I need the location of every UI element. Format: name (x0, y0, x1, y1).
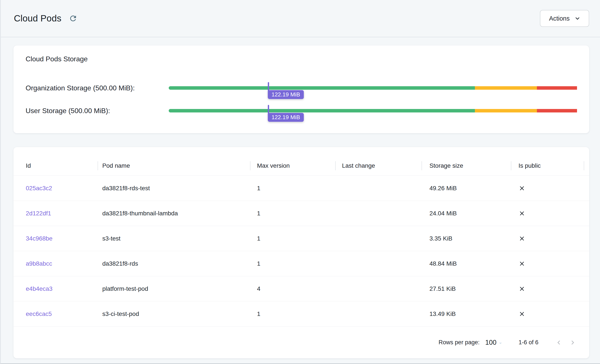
storage-size-cell: 48.84 MiB (422, 251, 511, 276)
pod-id-link[interactable]: a9b8abcc (26, 260, 52, 267)
rows-per-page-value: 100 (485, 339, 497, 346)
last-change-cell (335, 301, 422, 326)
actions-button[interactable]: Actions (540, 10, 589, 27)
column-header-is_public[interactable]: Is public (511, 156, 584, 175)
storage-size-cell: 3.35 KiB (422, 226, 511, 251)
max-version-cell: 1 (250, 201, 335, 226)
not-public-icon (518, 310, 525, 318)
arrow-dropdown-icon (497, 340, 504, 346)
storage-bar-yellow-zone (475, 109, 537, 112)
column-header-label: Pod name (102, 162, 130, 169)
table-body: 025ac3c2 da3821f8-rds-test 1 49.26 MiB 2… (13, 175, 589, 326)
not-public-icon (518, 260, 525, 267)
max-version-cell: 1 (250, 226, 335, 251)
pod-id-link[interactable]: 34c968be (26, 235, 52, 242)
is-public-cell (511, 201, 584, 226)
column-header-label: Max version (257, 162, 290, 169)
storage-bar-red-zone (537, 86, 577, 90)
previous-page-button[interactable] (552, 336, 566, 349)
pagination-range: 1-6 of 6 (518, 339, 538, 346)
max-version-cell: 4 (250, 276, 335, 301)
storage-usage-marker (268, 82, 269, 90)
table-pagination: Rows per page: 100 1-6 of 6 (13, 326, 589, 358)
not-public-icon (518, 210, 525, 217)
pod-name-cell: da3821f8-rds-test (98, 176, 250, 201)
last-change-cell (335, 226, 422, 251)
column-separator (511, 161, 511, 170)
table-row: eec6cac5 s3-ci-test-pod 1 13.49 KiB (13, 301, 589, 326)
column-separator (98, 161, 98, 170)
column-separator (584, 161, 584, 170)
rows-per-page-select[interactable]: 100 (485, 339, 504, 346)
storage-rows: Organization Storage (500.00 MiB): 122.1… (26, 86, 577, 112)
chevron-left-icon (555, 338, 563, 347)
column-separator (335, 161, 336, 170)
storage-bar-green-zone (169, 86, 475, 90)
table-row: a9b8abcc da3821f8-rds 1 48.84 MiB (13, 251, 589, 276)
storage-usage-marker (268, 105, 269, 113)
is-public-cell (511, 176, 584, 201)
refresh-icon (69, 14, 77, 23)
column-header-pod_name[interactable]: Pod name (98, 156, 250, 175)
column-header-id[interactable]: Id (13, 156, 98, 175)
storage-size-cell: 27.51 KiB (422, 276, 511, 301)
is-public-cell (511, 226, 584, 251)
storage-usage-value: 122.19 MiB (268, 90, 304, 99)
chevron-down-icon (573, 15, 581, 22)
not-public-icon (518, 185, 525, 192)
storage-usage-row: User Storage (500.00 MiB): 122.19 MiB (26, 109, 577, 112)
pods-table-card: IdPod nameMax versionLast changeStorage … (13, 147, 589, 358)
column-header-label: Last change (342, 162, 375, 169)
refresh-button[interactable] (68, 13, 78, 24)
pod-id-link[interactable]: 025ac3c2 (26, 185, 52, 192)
pod-name-cell: da3821f8-thumbnail-lambda (98, 201, 250, 226)
column-header-label: Is public (518, 162, 541, 169)
pod-id-link[interactable]: eec6cac5 (26, 310, 52, 318)
actions-button-label: Actions (549, 15, 570, 22)
table-row: 2d122df1 da3821f8-thumbnail-lambda 1 24.… (13, 201, 589, 226)
storage-usage-bar: 122.19 MiB (169, 109, 577, 112)
column-header-storage_size[interactable]: Storage size (422, 156, 511, 175)
pod-name-cell: s3-ci-test-pod (98, 301, 250, 326)
max-version-cell: 1 (250, 176, 335, 201)
column-separator (250, 161, 251, 170)
storage-bar-red-zone (537, 109, 577, 112)
last-change-cell (335, 176, 422, 201)
storage-card-title: Cloud Pods Storage (26, 54, 577, 64)
last-change-cell (335, 201, 422, 226)
table-row: 025ac3c2 da3821f8-rds-test 1 49.26 MiB (13, 175, 589, 201)
storage-size-cell: 13.49 KiB (422, 301, 511, 326)
storage-bar-yellow-zone (475, 86, 537, 90)
storage-bar-green-zone (169, 109, 475, 112)
storage-card: Cloud Pods Storage Organization Storage … (13, 46, 589, 133)
column-header-label: Id (26, 162, 31, 169)
table-row: e4b4eca3 platform-test-pod 4 27.51 KiB (13, 276, 589, 301)
storage-usage-row: Organization Storage (500.00 MiB): 122.1… (26, 86, 577, 90)
column-header-label: Storage size (429, 162, 463, 169)
is-public-cell (511, 276, 584, 301)
is-public-cell (511, 301, 584, 326)
page-title: Cloud Pods (14, 13, 61, 24)
not-public-icon (518, 285, 525, 292)
last-change-cell (335, 251, 422, 276)
storage-usage-label: User Storage (500.00 MiB): (26, 107, 169, 115)
max-version-cell: 1 (250, 251, 335, 276)
pod-name-cell: platform-test-pod (98, 276, 250, 301)
storage-usage-bar: 122.19 MiB (169, 86, 577, 90)
max-version-cell: 1 (250, 301, 335, 326)
storage-size-cell: 24.04 MiB (422, 201, 511, 226)
pod-name-cell: s3-test (98, 226, 250, 251)
table-row: 34c968be s3-test 1 3.35 KiB (13, 226, 589, 251)
column-header-last_change[interactable]: Last change (335, 156, 422, 175)
column-header-max_version[interactable]: Max version (250, 156, 335, 175)
rows-per-page-label: Rows per page: (439, 339, 480, 346)
storage-usage-value: 122.19 MiB (268, 113, 304, 122)
pod-name-cell: da3821f8-rds (98, 251, 250, 276)
storage-usage-label: Organization Storage (500.00 MiB): (26, 84, 169, 92)
pod-id-link[interactable]: e4b4eca3 (26, 285, 52, 292)
pod-id-link[interactable]: 2d122df1 (26, 210, 51, 217)
table-header-row: IdPod nameMax versionLast changeStorage … (13, 156, 589, 175)
next-page-button[interactable] (566, 336, 580, 349)
column-separator (422, 161, 422, 170)
chevron-right-icon (569, 338, 577, 347)
